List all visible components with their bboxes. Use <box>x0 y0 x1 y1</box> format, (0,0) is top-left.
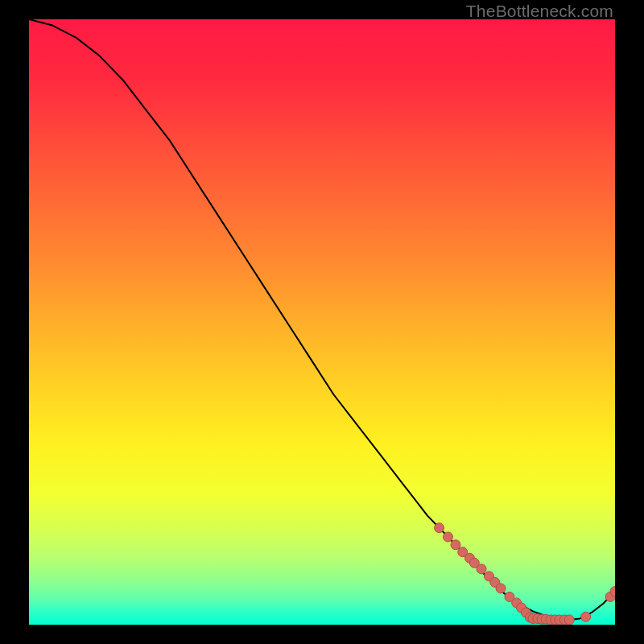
data-marker <box>564 615 574 625</box>
data-marker <box>581 612 591 621</box>
chart-frame: TheBottleneck.com <box>0 0 644 644</box>
data-markers <box>435 523 615 625</box>
data-marker <box>435 523 444 533</box>
bottleneck-curve <box>29 19 615 620</box>
data-marker <box>496 584 506 593</box>
plot-area <box>29 19 615 625</box>
attribution-text: TheBottleneck.com <box>466 2 613 21</box>
data-marker <box>444 532 453 542</box>
data-marker <box>451 540 460 550</box>
curve-overlay <box>29 19 615 625</box>
data-marker <box>477 564 486 574</box>
